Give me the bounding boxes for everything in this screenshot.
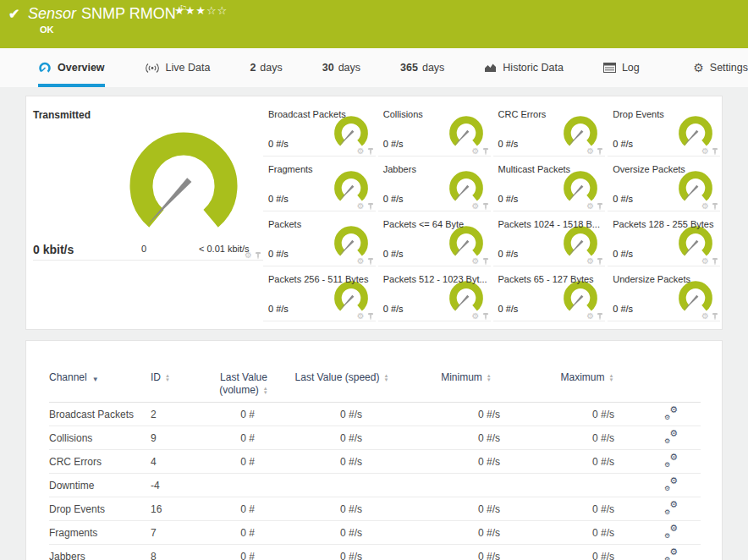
tab-30-days-label: days xyxy=(338,62,360,74)
column-header-actions xyxy=(641,341,701,403)
pin-icon[interactable] xyxy=(367,257,374,266)
mini-gauge-cell[interactable]: Packets 512 - 1023 Byt... 0 #/s ⚙ xyxy=(378,266,491,321)
channel-value: 0 #/s xyxy=(498,139,519,149)
mini-gauge-cell[interactable]: Packets 256 - 511 Bytes 0 #/s ⚙ xyxy=(263,266,376,321)
gear-icon[interactable]: ⚙ xyxy=(701,202,709,211)
column-header-id-label: ID xyxy=(151,371,161,383)
priority-stars[interactable]: ★★★☆☆ xyxy=(174,4,228,17)
pin-icon[interactable] xyxy=(482,147,489,156)
column-header-last-value-speed[interactable]: Last Value (speed)▲▼ xyxy=(284,341,399,403)
cell-last-value-volume: 0 # xyxy=(203,403,284,426)
mini-gauge-cell[interactable]: Packets 65 - 127 Bytes 0 #/s ⚙ xyxy=(493,266,606,321)
tab-log[interactable]: Log xyxy=(603,48,640,87)
column-header-minimum[interactable]: Minimum▲▼ xyxy=(399,341,533,403)
channel-settings-gears-icon[interactable]: ⚙⚙ xyxy=(664,549,678,560)
cell-minimum: 0 #/s xyxy=(399,497,533,521)
tab-365-days[interactable]: 365 days xyxy=(400,48,444,87)
gear-icon[interactable]: ⚙ xyxy=(357,312,365,321)
pin-icon[interactable] xyxy=(597,257,603,266)
column-header-last-value-volume[interactable]: Last Value (volume)▲▼ xyxy=(203,341,284,403)
mini-gauge-cell[interactable]: Collisions 0 #/s ⚙ xyxy=(378,102,491,156)
mini-gauge-cell[interactable]: CRC Errors 0 #/s ⚙ xyxy=(493,102,606,156)
pin-icon[interactable] xyxy=(482,257,489,266)
gear-icon: ⚙ xyxy=(693,62,704,74)
column-header-volume-line2: (volume) xyxy=(219,384,259,396)
channel-gauge xyxy=(329,222,373,261)
gear-icon[interactable]: ⚙ xyxy=(245,251,252,260)
pin-icon[interactable] xyxy=(482,312,489,321)
pin-icon[interactable] xyxy=(367,147,374,156)
gear-icon[interactable]: ⚙ xyxy=(357,202,365,211)
tab-2-days-number: 2 xyxy=(250,62,256,74)
channel-title: Packets 128 - 255 Bytes xyxy=(613,219,713,229)
pin-icon[interactable] xyxy=(712,147,718,156)
channel-settings-gears-icon[interactable]: ⚙⚙ xyxy=(664,431,678,443)
mini-gauge-cell[interactable]: Undersize Packets 0 #/s ⚙ xyxy=(608,266,720,321)
gear-icon[interactable]: ⚙ xyxy=(586,257,594,266)
channel-settings-gears-icon[interactable]: ⚙⚙ xyxy=(664,407,678,420)
mini-gauge-cell[interactable]: Oversize Packets 0 #/s ⚙ xyxy=(608,156,720,211)
cell-last-value-speed: 0 #/s xyxy=(284,545,399,560)
gear-icon[interactable]: ⚙ xyxy=(472,257,480,266)
primary-channel-gauge-cell[interactable]: Transmitted 0 < 0.01 kbit/s 0 kbit/s ⚙ xyxy=(33,102,263,261)
channel-settings-gears-icon[interactable]: ⚙⚙ xyxy=(664,478,678,491)
gear-icon[interactable]: ⚙ xyxy=(357,257,365,266)
stars-filled[interactable]: ★★★ xyxy=(174,4,206,17)
mini-gauge-cell[interactable]: Packets 1024 - 1518 B... 0 #/s ⚙ xyxy=(493,211,606,266)
cell-maximum: 0 #/s xyxy=(533,497,641,521)
cell-channel: CRC Errors xyxy=(49,450,151,474)
pin-icon[interactable] xyxy=(367,202,374,211)
gear-icon[interactable]: ⚙ xyxy=(472,202,480,211)
channel-value: 0 #/s xyxy=(613,139,633,149)
pin-icon[interactable] xyxy=(367,312,374,321)
status-badge: OK xyxy=(40,25,54,35)
pin-icon[interactable] xyxy=(597,147,603,156)
pin-icon[interactable] xyxy=(712,312,718,321)
channel-settings-gears-icon[interactable]: ⚙⚙ xyxy=(664,525,678,538)
tab-overview[interactable]: Overview xyxy=(38,48,105,87)
pin-icon[interactable] xyxy=(597,312,603,321)
gear-icon[interactable]: ⚙ xyxy=(357,147,365,156)
gear-icon[interactable]: ⚙ xyxy=(701,147,709,156)
pin-icon[interactable] xyxy=(597,202,603,211)
cell-last-value-speed: 0 #/s xyxy=(284,521,399,545)
gear-icon[interactable]: ⚙ xyxy=(701,257,709,266)
cell-actions: ⚙⚙ xyxy=(641,403,701,426)
pin-icon[interactable] xyxy=(712,257,718,266)
column-header-maximum[interactable]: Maximum▲▼ xyxy=(533,341,641,403)
gear-icon[interactable]: ⚙ xyxy=(586,312,594,321)
mini-gauge-cell[interactable]: Jabbers 0 #/s ⚙ xyxy=(378,156,491,211)
sort-desc-icon: ▼ xyxy=(92,376,99,383)
stars-empty[interactable]: ☆☆ xyxy=(206,4,228,17)
tab-historic-data[interactable]: Historic Data xyxy=(484,48,564,87)
pin-icon[interactable] xyxy=(712,202,718,211)
gear-icon[interactable]: ⚙ xyxy=(472,312,480,321)
column-header-id[interactable]: ID▲▼ xyxy=(151,341,203,403)
cell-maximum: 0 #/s xyxy=(533,403,641,426)
gear-icon[interactable]: ⚙ xyxy=(472,147,480,156)
mini-gauge-cell[interactable]: Drop Events 0 #/s ⚙ xyxy=(608,102,720,156)
channel-settings-gears-icon[interactable]: ⚙⚙ xyxy=(664,454,678,467)
mini-gauge-cell[interactable]: Packets 0 #/s ⚙ xyxy=(263,211,376,266)
cell-actions: ⚙⚙ xyxy=(641,474,701,497)
table-row: Drop Events 16 0 # 0 #/s 0 #/s 0 #/s ⚙⚙ xyxy=(49,497,701,521)
mini-gauge-cell[interactable]: Fragments 0 #/s ⚙ xyxy=(263,156,376,211)
pin-icon[interactable] xyxy=(255,251,261,260)
channel-title: Broadcast Packets xyxy=(268,109,346,119)
mini-gauge-cell[interactable]: Packets <= 64 Byte 0 #/s ⚙ xyxy=(378,211,491,266)
gear-icon[interactable]: ⚙ xyxy=(586,147,594,156)
column-header-channel[interactable]: Channel▼ xyxy=(49,341,151,403)
tab-30-days-number: 30 xyxy=(322,62,334,74)
mini-gauge-cell[interactable]: Packets 128 - 255 Bytes 0 #/s ⚙ xyxy=(608,211,720,266)
tab-settings[interactable]: ⚙ Settings xyxy=(693,48,748,87)
tab-30-days[interactable]: 30 days xyxy=(322,48,360,87)
channel-settings-gears-icon[interactable]: ⚙⚙ xyxy=(664,502,678,514)
gear-icon[interactable]: ⚙ xyxy=(701,312,709,321)
channel-title: Multicast Packets xyxy=(498,164,571,174)
tab-2-days[interactable]: 2 days xyxy=(250,48,282,87)
pin-icon[interactable] xyxy=(482,202,489,211)
tab-live-data[interactable]: Live Data xyxy=(145,48,211,87)
mini-gauge-cell[interactable]: Multicast Packets 0 #/s ⚙ xyxy=(493,156,606,211)
gear-icon[interactable]: ⚙ xyxy=(586,202,594,211)
mini-gauge-cell[interactable]: Broadcast Packets 0 #/s ⚙ xyxy=(263,102,376,156)
